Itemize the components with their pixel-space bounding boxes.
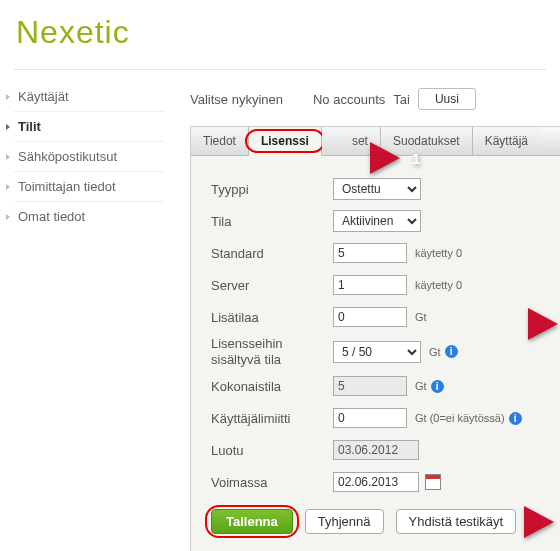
tab-label: Suodatukset xyxy=(393,134,460,148)
tabs: Tiedot Lisenssi set Suodatukset Käyttäjä xyxy=(191,127,560,156)
included-unit: Gt xyxy=(429,346,441,358)
tab-label: Lisenssi xyxy=(261,134,309,148)
sidebar: Käyttäjät Tilit Sähköpostikutsut Toimitt… xyxy=(0,74,164,551)
panel: Tiedot Lisenssi set Suodatukset Käyttäjä… xyxy=(190,126,560,551)
tab-users[interactable]: Käyttäjä xyxy=(473,127,540,155)
standard-input[interactable] xyxy=(333,243,407,263)
info-icon[interactable]: i xyxy=(509,412,522,425)
brand-logo: Nexetic xyxy=(0,0,560,69)
topbar: Valitse nykyinen No accounts Tai Uusi xyxy=(190,88,560,110)
total-unit: Gt xyxy=(415,380,427,392)
sidebar-item-users[interactable]: Käyttäjät xyxy=(14,82,164,112)
calendar-icon[interactable] xyxy=(425,474,441,490)
topbar-prompt: Valitse nykyinen xyxy=(190,92,283,107)
limit-unit: Gt (0=ei käytössä) xyxy=(415,412,505,424)
info-icon[interactable]: i xyxy=(431,380,444,393)
type-select[interactable]: Ostettu xyxy=(333,178,421,200)
included-select[interactable]: 5 / 50 xyxy=(333,341,421,363)
label-extra: Lisätilaa xyxy=(211,310,333,325)
clear-button[interactable]: Tyhjennä xyxy=(305,509,384,534)
label-included: Lisensseihin sisältyvä tila xyxy=(211,336,333,367)
label-server: Server xyxy=(211,278,333,293)
limit-input[interactable] xyxy=(333,408,407,428)
label-valid: Voimassa xyxy=(211,475,333,490)
sidebar-item-email-invites[interactable]: Sähköpostikutsut xyxy=(14,142,164,172)
tab-set[interactable]: set xyxy=(322,127,381,155)
extra-unit: Gt xyxy=(415,311,427,323)
new-button[interactable]: Uusi xyxy=(418,88,476,110)
sidebar-item-label: Toimittajan tiedot xyxy=(18,179,116,194)
valid-input[interactable] xyxy=(333,472,419,492)
info-icon[interactable]: i xyxy=(445,345,458,358)
server-input[interactable] xyxy=(333,275,407,295)
sidebar-item-supplier-info[interactable]: Toimittajan tiedot xyxy=(14,172,164,202)
tab-license[interactable]: Lisenssi xyxy=(249,127,322,156)
sidebar-item-label: Tilit xyxy=(18,119,41,134)
tab-label: Tiedot xyxy=(203,134,236,148)
extra-input[interactable] xyxy=(333,307,407,327)
topbar-or: Tai xyxy=(393,92,410,107)
tab-label: set xyxy=(352,134,368,148)
connect-button[interactable]: Yhdistä testikäyt xyxy=(396,509,517,534)
label-created: Luotu xyxy=(211,443,333,458)
sidebar-item-label: Käyttäjät xyxy=(18,89,69,104)
sidebar-item-label: Omat tiedot xyxy=(18,209,85,224)
label-limit: Käyttäjälimiitti xyxy=(211,411,333,426)
label-standard: Standard xyxy=(211,246,333,261)
label-status: Tila xyxy=(211,214,333,229)
divider xyxy=(14,69,546,70)
tab-label: Käyttäjä xyxy=(485,134,528,148)
status-select[interactable]: Aktiivinen xyxy=(333,210,421,232)
save-button[interactable]: Tallenna xyxy=(211,509,293,534)
sidebar-item-accounts[interactable]: Tilit xyxy=(14,112,164,142)
tab-details[interactable]: Tiedot xyxy=(191,127,249,155)
label-total: Kokonaistila xyxy=(211,379,333,394)
standard-used: käytetty 0 xyxy=(415,247,462,259)
topbar-noaccounts: No accounts xyxy=(313,92,385,107)
server-used: käytetty 0 xyxy=(415,279,462,291)
created-input xyxy=(333,440,419,460)
form: Tyyppi Ostettu Tila Aktiivinen Standard … xyxy=(191,156,560,551)
label-type: Tyyppi xyxy=(211,182,333,197)
total-input xyxy=(333,376,407,396)
sidebar-item-my-info[interactable]: Omat tiedot xyxy=(14,202,164,231)
tab-filters[interactable]: Suodatukset xyxy=(381,127,473,155)
sidebar-item-label: Sähköpostikutsut xyxy=(18,149,117,164)
